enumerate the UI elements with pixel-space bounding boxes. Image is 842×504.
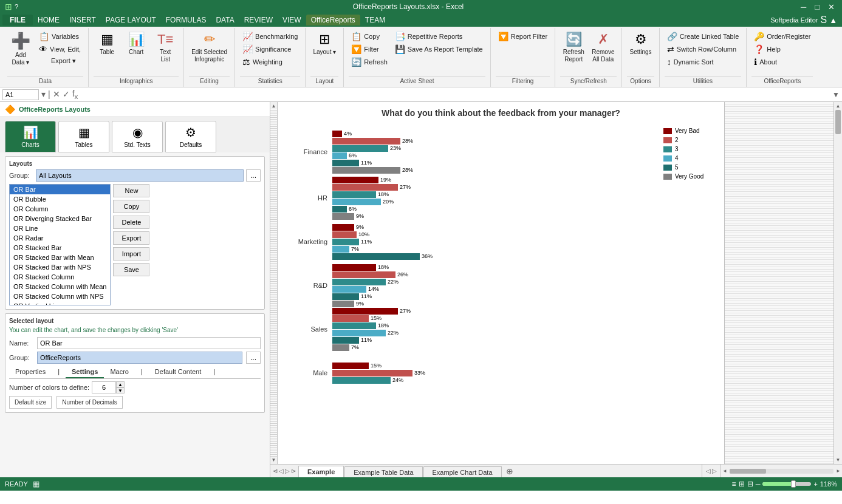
list-item-or-stacked-bar-mean[interactable]: OR Stacked Bar with Mean [10, 253, 110, 262]
prop-tab-macro[interactable]: Macro [104, 366, 135, 378]
tab-scroll-left[interactable]: ◁ [706, 468, 711, 474]
group-field-input[interactable] [37, 352, 242, 364]
formula-function-icon[interactable]: fx [72, 89, 78, 100]
refresh-sheet-button[interactable]: 🔄 Refresh [349, 56, 390, 68]
variables-button[interactable]: 📋 Variables [36, 30, 83, 43]
weighting-button[interactable]: ⚖ Weighting [240, 56, 300, 68]
layouts-list[interactable]: OR Bar OR Bubble OR Column OR Diverging … [9, 184, 111, 305]
menu-formulas[interactable]: FORMULAS [161, 15, 211, 26]
tab-scroll-right[interactable]: ▷ [712, 468, 717, 474]
list-item-or-stacked-bar-nps[interactable]: OR Stacked Bar with NPS [10, 262, 110, 272]
spinner-down[interactable]: ▼ [116, 387, 125, 393]
ribbon-minimize[interactable]: ▲ [827, 16, 840, 25]
sheet-nav-last[interactable]: ⊳ [291, 468, 296, 474]
import-button[interactable]: Import [113, 247, 149, 261]
list-item-or-vertical-line[interactable]: OR Vertical Line [10, 301, 110, 305]
menu-file[interactable]: FILE [2, 15, 33, 26]
view-layout-icon[interactable]: ⊞ [739, 480, 745, 488]
h-scroll-track[interactable] [730, 469, 833, 474]
formula-input[interactable] [80, 90, 830, 99]
maximize-btn[interactable]: □ [812, 2, 822, 12]
sheet-nav-next[interactable]: ▷ [285, 468, 290, 474]
formula-confirm-icon[interactable]: ✓ [63, 89, 70, 99]
sheet-nav-first[interactable]: ⊲ [273, 468, 278, 474]
menu-page-layout[interactable]: PAGE LAYOUT [101, 15, 161, 26]
menu-data[interactable]: DATA [211, 15, 239, 26]
left-scrollbar[interactable]: ▲ ▼ [270, 102, 278, 464]
about-button[interactable]: ℹ About [751, 56, 813, 68]
benchmarking-button[interactable]: 📈 Benchmarking [240, 30, 300, 43]
list-item-or-line[interactable]: OR Line [10, 223, 110, 233]
repetitive-reports-button[interactable]: 📑 Repetitive Reports [392, 30, 485, 43]
zoom-slider[interactable] [762, 482, 811, 486]
group-dots-button2[interactable]: ... [246, 352, 261, 364]
view-edit-export-button[interactable]: 👁 View, Edit, [36, 43, 83, 55]
settings-button[interactable]: ⚙ Settings [627, 30, 654, 57]
add-sheet-button[interactable]: ⊕ [502, 466, 517, 476]
zoom-in[interactable]: + [813, 480, 817, 488]
right-scrollbar[interactable]: ▲ ▼ [833, 102, 842, 464]
report-filter-button[interactable]: 🔽 Report Filter [496, 30, 550, 43]
menu-officereports[interactable]: OfficeReports [306, 15, 360, 26]
refresh-report-button[interactable]: 🔄 RefreshReport [560, 30, 587, 64]
list-item-or-stacked-col-mean[interactable]: OR Stacked Column with Mean [10, 282, 110, 291]
list-item-or-bubble[interactable]: OR Bubble [10, 194, 110, 204]
scroll-down-arrow[interactable]: ▼ [270, 457, 277, 464]
panel-scroll[interactable]: Layouts Group: ... OR Bar OR Bubble OR C… [0, 152, 270, 477]
list-item-or-stacked-col[interactable]: OR Stacked Column [10, 272, 110, 282]
menu-review[interactable]: REVIEW [239, 15, 278, 26]
edit-infographic-button[interactable]: ✏ Edit SelectedInfographic [189, 30, 230, 64]
tab-tables[interactable]: ▦ Tables [58, 121, 109, 152]
group-dots-button[interactable]: ... [246, 169, 261, 182]
view-normal-icon[interactable]: ≡ [732, 480, 736, 488]
scrollbar-thumb[interactable] [835, 110, 841, 134]
prop-tab-settings[interactable]: Settings [66, 366, 104, 378]
switch-row-col-button[interactable]: ⇄ Switch Row/Column [665, 43, 742, 55]
order-register-button[interactable]: 🔑 Order/Register [751, 30, 813, 43]
list-item-or-radar[interactable]: OR Radar [10, 233, 110, 243]
h-scroll-left[interactable]: ◄ [721, 468, 728, 474]
spinner-up[interactable]: ▲ [116, 381, 125, 387]
significance-button[interactable]: 📈 Significance [240, 43, 300, 55]
menu-team[interactable]: TEAM [360, 15, 390, 26]
filter-button[interactable]: 🔽 Filter [349, 43, 390, 55]
group-input[interactable] [36, 169, 244, 182]
save-report-template-button[interactable]: 💾 Save As Report Template [392, 43, 485, 55]
text-list-button[interactable]: T≡ TextList [152, 30, 179, 64]
tab-defaults[interactable]: ⚙ Defaults [165, 121, 216, 152]
menu-home[interactable]: HOME [33, 15, 64, 26]
create-linked-table-button[interactable]: 🔗 Create Linked Table [665, 30, 742, 43]
tab-example-table[interactable]: Example Table Data [344, 466, 422, 477]
tab-example[interactable]: Example [298, 466, 344, 477]
export-button[interactable]: Export ▾ [36, 56, 83, 66]
table-button[interactable]: ▦ Table [94, 30, 120, 57]
tab-charts[interactable]: 📊 Charts [5, 121, 56, 152]
formula-cancel-icon[interactable]: ✕ [53, 89, 60, 99]
prop-tab-default-content[interactable]: Default Content [149, 366, 207, 378]
help-button[interactable]: ❓ Help [751, 43, 813, 55]
export-button[interactable]: Export [113, 231, 149, 245]
copy-button[interactable]: 📋 Copy [349, 30, 390, 43]
layout-button[interactable]: ⊞ Layout ▾ [310, 30, 338, 57]
num-colors-input[interactable] [92, 381, 116, 393]
list-item-or-bar[interactable]: OR Bar [10, 185, 110, 194]
list-item-or-stacked-bar[interactable]: OR Stacked Bar [10, 243, 110, 253]
prop-tab-properties[interactable]: Properties [9, 366, 52, 378]
horizontal-scrollbar[interactable]: ◄ ► [720, 465, 842, 477]
zoom-out[interactable]: ─ [756, 480, 761, 488]
close-btn[interactable]: ✕ [826, 2, 837, 12]
copy-layout-button[interactable]: Copy [113, 200, 149, 213]
chart-button[interactable]: 📊 Chart [123, 30, 149, 57]
new-button[interactable]: New [113, 184, 149, 197]
cell-reference-input[interactable] [2, 89, 39, 100]
add-data-button[interactable]: ➕ AddData ▾ [7, 30, 34, 67]
tab-example-chart[interactable]: Example Chart Data [423, 466, 502, 477]
delete-button[interactable]: Delete [113, 216, 149, 229]
h-scroll-right[interactable]: ► [835, 468, 842, 474]
scrollbar-up-arrow[interactable]: ▲ [834, 102, 842, 109]
h-scroll-thumb[interactable] [730, 469, 766, 474]
menu-view[interactable]: VIEW [278, 15, 306, 26]
scroll-up-arrow[interactable]: ▲ [270, 102, 277, 109]
name-field-input[interactable] [37, 337, 261, 349]
sheet-nav-prev[interactable]: ◁ [279, 468, 284, 474]
